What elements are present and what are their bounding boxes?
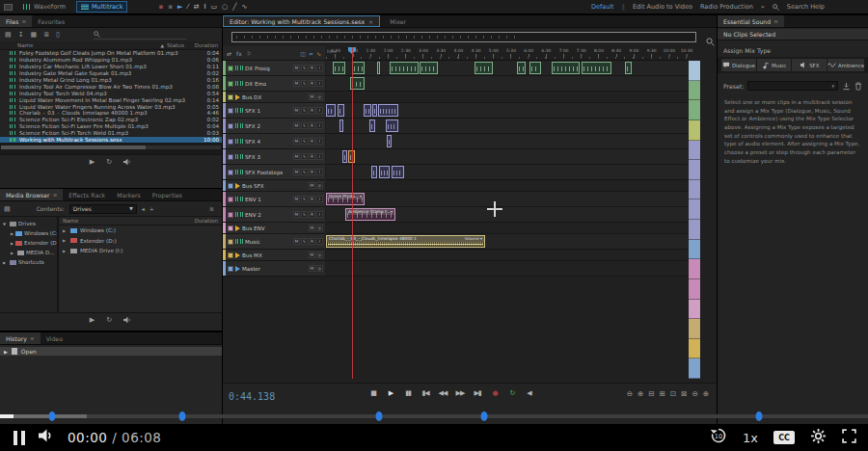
track-button-s[interactable]: S [301, 238, 308, 245]
track-button-r[interactable]: R [309, 153, 315, 160]
track-lane-sfx-2[interactable] [326, 119, 688, 134]
audio-clip[interactable] [475, 62, 493, 74]
audio-clip[interactable] [517, 62, 526, 74]
volume-icon[interactable] [38, 428, 55, 447]
audio-clip[interactable]: Drone Produ...▾ [326, 193, 365, 205]
zoom-in-amplitude-button[interactable]: ⊞ [660, 389, 665, 398]
import-file-icon[interactable]: ↧ [18, 31, 24, 39]
track-header-music[interactable]: MusicMSRI [223, 234, 325, 250]
track-lane-bus-sfx[interactable] [326, 180, 688, 192]
track-header-env-2[interactable]: ENV 2MSRI [223, 207, 325, 223]
track-button-r[interactable]: R [309, 238, 315, 245]
mix-type-ambience-button[interactable]: Ambience [827, 59, 864, 71]
mix-type-dialogue-button[interactable]: Dialogue [721, 59, 756, 71]
track-button-s[interactable]: S [301, 153, 308, 160]
tab-properties[interactable]: Properties [147, 189, 188, 200]
metronome-icon[interactable]: ∿ [316, 50, 321, 57]
file-row[interactable]: Liquid Water Movement In Metal Bowl Fing… [0, 96, 222, 103]
track-button-r[interactable]: R [309, 138, 315, 145]
track-button-r[interactable]: R [309, 122, 315, 129]
media-tree-item-windows-c-[interactable]: ▶Windows (C:) [0, 228, 57, 238]
back-icon[interactable]: ◂ [142, 205, 145, 212]
collapsed-icon[interactable]: ▶ [11, 231, 14, 236]
track-button-power[interactable]: ◎ [316, 225, 323, 231]
close-icon[interactable]: × [368, 18, 373, 25]
track-lane-sfx-footsteps[interactable] [326, 165, 688, 180]
file-row[interactable]: Industry Metal Grind Long 01.mp30:16 [0, 77, 222, 84]
track-button-m[interactable]: M [293, 122, 300, 129]
tab-files[interactable]: Files ≡ [0, 15, 32, 27]
track-lane-bus-mx[interactable] [326, 250, 688, 261]
play-button[interactable]: ▶ [385, 389, 396, 397]
tab-effects-rack[interactable]: Effects Rack [63, 189, 111, 200]
save-preset-icon[interactable] [842, 82, 851, 91]
tab-markers[interactable]: Markers [111, 189, 147, 200]
track-button-power[interactable]: ◎ [316, 93, 323, 100]
workspace-overflow-icon[interactable]: » [761, 3, 765, 11]
insert-into-multitrack-icon[interactable]: ≣ [43, 31, 49, 39]
audio-clip[interactable] [326, 104, 336, 117]
media-tree-item-media-d-[interactable]: ▶MEDIA D... [0, 248, 57, 257]
audio-clip[interactable] [339, 119, 343, 132]
record-indicator-icon[interactable]: ▪ [158, 2, 163, 12]
file-row[interactable]: Industry Tool Air Compressor Blow Air Tw… [0, 83, 222, 90]
media-list-row-media-drive-i-[interactable]: ▶MEDIA Drive (I:) [59, 246, 222, 256]
collapsed-icon[interactable]: ▶ [63, 249, 68, 253]
overview-zoom-icon[interactable] [706, 32, 715, 50]
track-header-bus-mx[interactable]: Bus MXM◎ [223, 250, 325, 261]
audio-clip[interactable] [420, 62, 438, 74]
skip-selection-button[interactable]: ◀· [524, 389, 535, 397]
panel-menu-icon[interactable]: ≡ [30, 335, 35, 341]
audio-clip[interactable] [371, 166, 377, 178]
track-button-s[interactable]: S [301, 169, 308, 175]
collapsed-icon[interactable]: ▶ [3, 260, 8, 265]
zoom-to-selection-button[interactable]: ⊡ [670, 389, 676, 398]
track-button-m[interactable]: M [309, 265, 315, 272]
menu-edit-audio-to-video[interactable]: Edit Audio to Video [633, 3, 692, 11]
audio-clip[interactable] [390, 62, 419, 74]
track-header-bus-dx[interactable]: Bus DXM◎ [223, 92, 325, 103]
track-header-sfx-footsteps[interactable]: SFX FootstepsMSRI [223, 165, 325, 180]
file-row[interactable]: Liquid Water Water Fingers Running Acros… [0, 103, 222, 110]
track-header-env-1[interactable]: ENV 1MSRI [223, 192, 325, 207]
preview-play-button[interactable]: ▶ [90, 316, 95, 324]
track-button-m[interactable]: M [309, 225, 315, 231]
track-lane-sfx-3[interactable] [326, 149, 688, 165]
menu-radio-production[interactable]: Radio Production [700, 3, 753, 11]
contents-dropdown[interactable]: Drives ▼ [69, 204, 137, 214]
track-button-m[interactable]: M [293, 238, 300, 245]
fx-toggle-icon[interactable]: fx [236, 50, 242, 57]
settings-gear-icon[interactable] [810, 428, 827, 448]
zoom-in-point-button[interactable]: ⊠ [681, 389, 687, 398]
panel-menu-icon[interactable]: ≡ [773, 18, 778, 24]
monitor-indicator-icon[interactable]: ▪ [168, 2, 173, 12]
track-button-r[interactable]: R [309, 211, 315, 218]
track-lane-env-2[interactable]: Ambience Stamp F...▾ [326, 207, 688, 223]
audio-clip[interactable] [369, 119, 375, 132]
file-row[interactable]: Science Fiction Sci-Fi Torch Weld 01.mp3… [0, 130, 222, 137]
seek-track[interactable] [0, 414, 868, 418]
track-button-i[interactable]: I [316, 65, 323, 71]
session-overview-bar[interactable] [223, 30, 717, 45]
add-icon[interactable]: + [149, 205, 154, 212]
track-button-s[interactable]: S [301, 122, 308, 129]
search-help-field[interactable]: Search Help [787, 3, 825, 11]
go-to-start-button[interactable]: ▮◀ [420, 389, 431, 397]
slip-tool-icon[interactable]: ⇄ [194, 2, 200, 12]
collapsed-icon[interactable]: ▶ [11, 251, 15, 255]
media-list-row-extender-d-[interactable]: ▶Extender (D:) [59, 236, 222, 247]
files-column-header[interactable]: Name ▲ Status Duration [0, 41, 222, 50]
track-button-i[interactable]: I [316, 122, 323, 129]
track-button-m[interactable]: M [293, 138, 300, 145]
timeline-ruler[interactable]: hms 0:301:001:302:002:303:003:304:004:30… [326, 46, 688, 61]
video-panel-icon[interactable]: ◫ [300, 50, 306, 57]
razor-tool-icon[interactable]: ⁄ [187, 2, 188, 12]
go-to-end-button[interactable]: ▶▮ [472, 389, 483, 397]
track-button-power[interactable]: ◎ [316, 182, 323, 189]
audio-clip[interactable] [552, 62, 580, 74]
open-file-icon[interactable]: ▤ [5, 31, 12, 39]
track-arrange-icon[interactable]: ⇄ [227, 50, 231, 57]
track-button-m[interactable]: M [293, 196, 300, 202]
delete-preset-icon[interactable] [854, 82, 862, 91]
audio-clip[interactable] [625, 62, 632, 74]
